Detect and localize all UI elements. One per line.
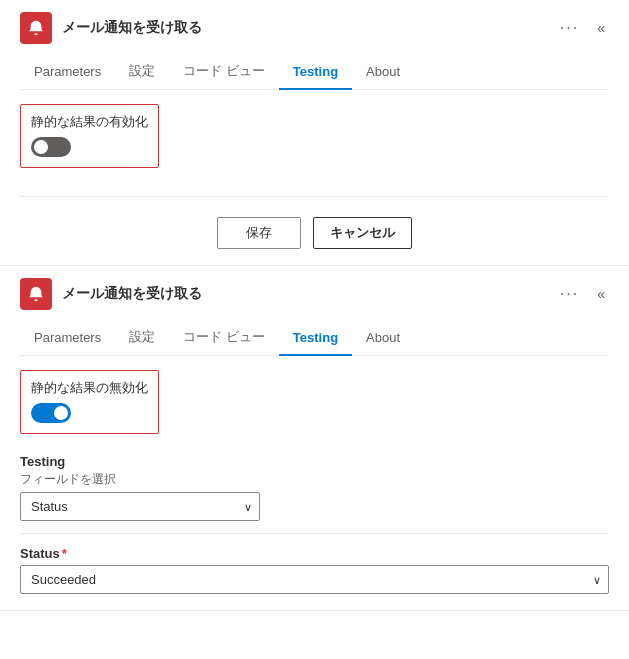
status-section: Status* Succeeded Failed Skipped TimedOu…: [20, 546, 609, 594]
panel-2-header: メール通知を受け取る ··· «: [20, 278, 609, 310]
panel-2-more-button[interactable]: ···: [554, 283, 585, 305]
panel-1-header-left: メール通知を受け取る: [20, 12, 202, 44]
panel-2-collapse-button[interactable]: «: [593, 284, 609, 304]
tab-panel1-codeview[interactable]: コード ビュー: [169, 54, 279, 90]
bell-icon-2: [20, 278, 52, 310]
panel-1-toggle[interactable]: [31, 137, 71, 157]
tab-panel2-parameters[interactable]: Parameters: [20, 320, 115, 356]
testing-section-label: Testing: [20, 454, 609, 469]
save-button[interactable]: 保存: [217, 217, 301, 249]
panel-2-toggle-slider: [31, 403, 71, 423]
panel-2-toggle[interactable]: [31, 403, 71, 423]
bell-svg: [27, 19, 45, 37]
panel-1-toggle-label: 静的な結果の有効化: [31, 113, 148, 131]
cancel-button[interactable]: キャンセル: [313, 217, 412, 249]
panel-2-toggle-label: 静的な結果の無効化: [31, 379, 148, 397]
panel-1-collapse-button[interactable]: «: [593, 18, 609, 38]
status-label: Status*: [20, 546, 609, 561]
panel-1-divider: [20, 196, 609, 197]
tab-panel2-testing[interactable]: Testing: [279, 320, 352, 356]
panel-1-toggle-section: 静的な結果の有効化: [20, 104, 159, 168]
tab-panel2-settings[interactable]: 設定: [115, 320, 169, 356]
panel-2-tabs: Parameters 設定 コード ビュー Testing About: [20, 320, 609, 356]
required-star: *: [62, 546, 67, 561]
field-select-wrapper: Status Body Subject ∨: [20, 492, 260, 521]
panel-2-toggle-section: 静的な結果の無効化: [20, 370, 159, 434]
panel-1-more-button[interactable]: ···: [554, 17, 585, 39]
status-select[interactable]: Succeeded Failed Skipped TimedOut: [20, 565, 609, 594]
panel-2-actions: ··· «: [554, 283, 609, 305]
panel-1-buttons: 保存 キャンセル: [20, 209, 609, 249]
field-select[interactable]: Status Body Subject: [20, 492, 260, 521]
status-select-wrapper: Succeeded Failed Skipped TimedOut ∨: [20, 565, 609, 594]
field-select-label: フィールドを選択: [20, 471, 609, 488]
panel-2-divider: [20, 533, 609, 534]
bell-icon: [20, 12, 52, 44]
panel-1-actions: ··· «: [554, 17, 609, 39]
tab-panel1-testing[interactable]: Testing: [279, 54, 352, 90]
panel-2: メール通知を受け取る ··· « Parameters 設定 コード ビュー T…: [0, 266, 629, 611]
tab-panel2-about[interactable]: About: [352, 320, 414, 356]
bell-svg-2: [27, 285, 45, 303]
testing-section: Testing フィールドを選択 Status Body Subject ∨: [20, 454, 609, 521]
tab-panel1-settings[interactable]: 設定: [115, 54, 169, 90]
panel-1-toggle-slider: [31, 137, 71, 157]
panel-1-header: メール通知を受け取る ··· «: [20, 12, 609, 44]
tab-panel1-about[interactable]: About: [352, 54, 414, 90]
panel-1-tabs: Parameters 設定 コード ビュー Testing About: [20, 54, 609, 90]
panel-1-title: メール通知を受け取る: [62, 19, 202, 37]
panel-2-header-left: メール通知を受け取る: [20, 278, 202, 310]
tab-panel1-parameters[interactable]: Parameters: [20, 54, 115, 90]
tab-panel2-codeview[interactable]: コード ビュー: [169, 320, 279, 356]
panel-1: メール通知を受け取る ··· « Parameters 設定 コード ビュー T…: [0, 0, 629, 266]
panel-2-title: メール通知を受け取る: [62, 285, 202, 303]
